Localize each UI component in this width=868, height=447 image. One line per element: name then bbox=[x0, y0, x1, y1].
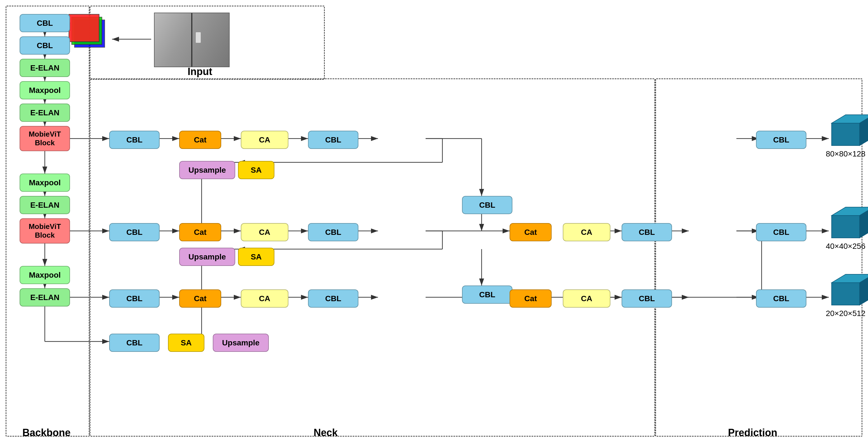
input-image bbox=[154, 12, 229, 67]
dim-label-r1: 80×80×128 bbox=[823, 150, 868, 158]
neck-upsample-r1: Upsample bbox=[179, 161, 235, 179]
backbone-cbl2: CBL bbox=[20, 36, 70, 55]
neck-cbl-r2: CBL bbox=[109, 223, 160, 241]
output-cube-r2: 40×40×256 bbox=[823, 204, 868, 251]
dim-label-r3: 20×20×512 bbox=[823, 309, 868, 318]
neck-right-cat-r2: Cat bbox=[509, 223, 552, 241]
svg-marker-68 bbox=[832, 216, 860, 238]
neck-bottom-cbl: CBL bbox=[109, 333, 160, 352]
diagram-container: Backbone Neck Prediction Input CBL CBL E… bbox=[6, 6, 862, 442]
neck-right-cbl-r3: CBL bbox=[622, 289, 672, 308]
neck-right-cbl-r2: CBL bbox=[622, 223, 672, 241]
input-label: Input bbox=[188, 66, 212, 77]
neck-right-cbl1: CBL bbox=[462, 196, 513, 214]
output-cube-r1: 80×80×128 bbox=[823, 112, 868, 158]
neck-cbl-r1: CBL bbox=[109, 131, 160, 149]
neck-ca-r1: CA bbox=[241, 131, 288, 149]
backbone-cbl1: CBL bbox=[20, 14, 70, 32]
neck-sa-r2: SA bbox=[238, 248, 274, 266]
neck-right-cbl2: CBL bbox=[462, 286, 513, 304]
neck-ca-r3: CA bbox=[241, 289, 288, 308]
neck-right-cat-r3: Cat bbox=[509, 289, 552, 308]
backbone-eelan1: E-ELAN bbox=[20, 59, 70, 77]
prediction-label: Prediction bbox=[728, 427, 777, 439]
output-cube-r3: 20×20×512 bbox=[823, 272, 868, 318]
neck-bottom-sa: SA bbox=[168, 333, 205, 352]
neck-ca-r2: CA bbox=[241, 223, 288, 241]
neck-cat-r2: Cat bbox=[179, 223, 221, 241]
pred-cbl-r2: CBL bbox=[756, 223, 806, 241]
backbone-mobievit1: MobieViTBlock bbox=[20, 126, 70, 151]
backbone-eelan3: E-ELAN bbox=[20, 196, 70, 214]
neck-right-ca-r3: CA bbox=[563, 289, 611, 308]
backbone-mobievit2: MobieViTBlock bbox=[20, 218, 70, 244]
neck-right-ca-r2: CA bbox=[563, 223, 611, 241]
neck-cat-r1: Cat bbox=[179, 131, 221, 149]
neck-sa-r1: SA bbox=[238, 161, 274, 179]
backbone-eelan4: E-ELAN bbox=[20, 288, 70, 307]
pred-cbl-r3: CBL bbox=[756, 289, 806, 308]
dim-label-r2: 40×40×256 bbox=[823, 242, 868, 251]
backbone-label: Backbone bbox=[22, 427, 70, 439]
svg-marker-71 bbox=[832, 283, 860, 305]
neck-section bbox=[90, 78, 655, 437]
backbone-maxpool1: Maxpool bbox=[20, 81, 70, 99]
neck-cbl2-r2: CBL bbox=[308, 223, 359, 241]
neck-upsample-r2: Upsample bbox=[179, 248, 235, 266]
backbone-maxpool2: Maxpool bbox=[20, 173, 70, 192]
svg-marker-65 bbox=[832, 123, 860, 146]
neck-cbl-r3: CBL bbox=[109, 289, 160, 308]
backbone-eelan2: E-ELAN bbox=[20, 103, 70, 122]
neck-cat-r3: Cat bbox=[179, 289, 221, 308]
neck-bottom-upsample: Upsample bbox=[213, 333, 269, 352]
neck-cbl2-r1: CBL bbox=[308, 131, 359, 149]
neck-cbl2-r3: CBL bbox=[308, 289, 359, 308]
neck-label: Neck bbox=[314, 427, 338, 439]
pred-cbl-r1: CBL bbox=[756, 131, 806, 149]
backbone-maxpool3: Maxpool bbox=[20, 266, 70, 284]
